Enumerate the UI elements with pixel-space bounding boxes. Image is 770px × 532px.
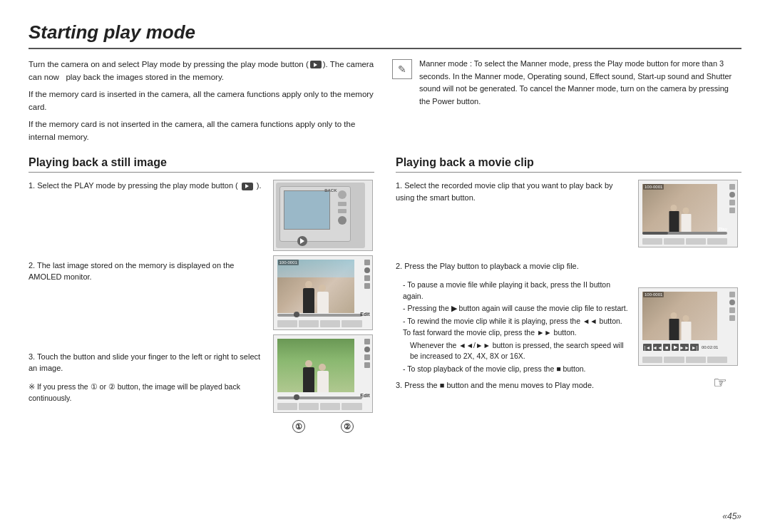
- page-footer: «45»: [722, 511, 741, 521]
- movie-sub2d: Whenever the ◄◄/►► button is pressed, th…: [396, 340, 631, 363]
- movie-clip-section: Playing back a movie clip 1. Select the …: [396, 156, 741, 433]
- intro-right: ✎ Manner mode : To select the Manner mod…: [392, 58, 741, 143]
- page-container: Starting play mode Turn the camera on an…: [0, 0, 770, 532]
- lcd-nav-btn4[interactable]: [342, 320, 361, 327]
- intro-para3: If the memory card is not inserted in th…: [29, 118, 378, 144]
- circle-num-1: ①: [292, 420, 305, 433]
- play-btn[interactable]: ▶: [672, 344, 679, 351]
- movie2-side-btn1: [729, 292, 735, 297]
- movie-step3: 3. Press the ■ button and the menu moves…: [396, 379, 631, 392]
- main-content: Playing back a still image 1. Select the…: [29, 156, 741, 433]
- movie2-nav-btn1[interactable]: [642, 357, 662, 363]
- still-image-content: 1. Select the PLAY mode by pressing the …: [29, 180, 374, 433]
- page-title: Starting play mode: [29, 21, 741, 49]
- movie-img1-nav: [642, 238, 727, 245]
- lcd-slider-thumb: [294, 312, 299, 317]
- movie-img1-label: 100-0001: [643, 184, 664, 190]
- lcd-btn1: [364, 260, 370, 265]
- stop-btn[interactable]: ■: [663, 344, 670, 351]
- lcd-slide-image: Edit: [273, 334, 373, 413]
- lcd-progress-slider[interactable]: [277, 314, 362, 317]
- lcd-s-btn1: [364, 339, 370, 344]
- movie-img2: 100-0001 |◄ ◄◄ ■ ▶ ►►: [638, 287, 738, 366]
- lcd-btn4: [364, 283, 370, 289]
- movie2-side-btn4: [729, 315, 735, 321]
- lcd-slide-nav4[interactable]: [342, 403, 361, 410]
- movie-clip-content: 1. Select the recorded movie clip that y…: [396, 180, 741, 398]
- movie-side-btn4: [729, 208, 735, 213]
- movie-screen2: [642, 292, 717, 340]
- lcd-nav-btn2[interactable]: [299, 320, 319, 327]
- lcd-nav-btn3[interactable]: [320, 320, 340, 327]
- movie-sub2a: - To pause a movie file while playing it…: [396, 280, 631, 302]
- movie-step3-text: 3. Press the ■ button and the menu moves…: [396, 379, 631, 392]
- movie-nav-btn4[interactable]: [707, 238, 727, 245]
- lcd-nav-buttons: [277, 320, 362, 327]
- movie2-nav-btn3[interactable]: [686, 357, 706, 363]
- lcd-slide-side-buttons: [364, 339, 370, 368]
- lcd-screen: [277, 260, 354, 313]
- movie-step1-text: 1. Select the recorded movie clip that y…: [396, 180, 631, 203]
- circle-num-2: ②: [341, 420, 354, 433]
- intro-para2: If the memory card is inserted in the ca…: [29, 88, 378, 114]
- lcd-side-buttons: [364, 260, 370, 289]
- movie-side-btn2: [729, 192, 735, 198]
- lcd-slide-thumb: [294, 394, 299, 400]
- circle-numbers: ① ②: [292, 420, 354, 433]
- movie-img1-side-btns: [729, 184, 735, 213]
- movie2-side-btn3: [729, 307, 735, 313]
- movie2-side-btn2: [729, 300, 735, 305]
- lcd-slide-slider[interactable]: [277, 397, 362, 399]
- skip-fwd-btn[interactable]: ►|: [690, 344, 699, 351]
- movie-step2: 2. Press the Play button to playback a m…: [396, 260, 631, 272]
- movie-sub2c: - To rewind the movie clip while it is p…: [396, 316, 631, 339]
- lcd-info-label: 100-0001: [278, 260, 299, 265]
- lcd-slide-nav2[interactable]: [299, 403, 319, 410]
- movie-side-btn3: [729, 200, 735, 205]
- playback-controls: |◄ ◄◄ ■ ▶ ►► ►| 00:02:01: [643, 344, 727, 351]
- camera-images: BACK: [271, 180, 374, 433]
- lcd-slide-nav3[interactable]: [320, 403, 340, 410]
- still-image-title: Playing back a still image: [29, 156, 374, 173]
- rewind-btn[interactable]: ◄◄: [653, 344, 662, 351]
- camera-back-image: BACK: [273, 180, 373, 251]
- movie-sub2e: - To stop playback of the movie clip, pr…: [396, 364, 631, 375]
- skip-back-btn[interactable]: |◄: [643, 344, 652, 351]
- note-icon: ✎: [392, 59, 412, 79]
- lcd-nav-btn1[interactable]: [277, 320, 297, 327]
- still-image-steps: 1. Select the PLAY mode by pressing the …: [29, 180, 264, 433]
- intro-note: Manner mode : To select the Manner mode,…: [419, 58, 741, 143]
- playback-time: 00:02:01: [702, 345, 718, 349]
- cursor-hand-icon: ☞: [638, 374, 741, 392]
- lcd-slide-nav1[interactable]: [277, 403, 297, 410]
- movie-sub2b: - Pressing the ▶ button again will cause…: [396, 303, 631, 314]
- still-step3-text: 3. Touch the button and slide your finge…: [29, 351, 264, 374]
- still-image-section: Playing back a still image 1. Select the…: [29, 156, 374, 433]
- lcd-outdoor-screen: [277, 339, 354, 392]
- movie2-nav-btn4[interactable]: [707, 357, 727, 363]
- lcd-s-btn4: [364, 362, 370, 368]
- still-step3: 3. Touch the button and slide your finge…: [29, 351, 264, 374]
- movie2-nav-btn2[interactable]: [664, 357, 684, 363]
- movie-play-label: Play: [719, 227, 727, 231]
- movie-img2-label: 100-0001: [643, 292, 664, 297]
- movie-nav-btn1[interactable]: [642, 238, 662, 245]
- movie-nav-btn3[interactable]: [686, 238, 706, 245]
- movie-progress-bar: [642, 232, 727, 235]
- back-label: BACK: [324, 188, 337, 193]
- lcd-s-btn3: [364, 354, 370, 360]
- lcd-edit-label: Edit: [360, 312, 369, 317]
- still-step2-text: 2. The last image stored on the memory i…: [29, 260, 264, 283]
- movie-img1: 100-0001 Play: [638, 180, 738, 247]
- movie-nav-btn2[interactable]: [664, 238, 684, 245]
- lcd-s-btn2: [364, 347, 370, 352]
- movie-images: 100-0001 Play: [638, 180, 741, 398]
- lcd-slide-nav: [277, 403, 362, 410]
- intro-section: Turn the camera on and select Play mode …: [29, 58, 741, 143]
- intro-left: Turn the camera on and select Play mode …: [29, 58, 378, 143]
- movie-side-btn1: [729, 184, 735, 190]
- lcd-btn2: [364, 267, 370, 273]
- still-step1-text: 1. Select the PLAY mode by pressing the …: [29, 180, 264, 192]
- fastforward-btn[interactable]: ►►: [680, 344, 689, 351]
- still-step1: 1. Select the PLAY mode by pressing the …: [29, 180, 264, 192]
